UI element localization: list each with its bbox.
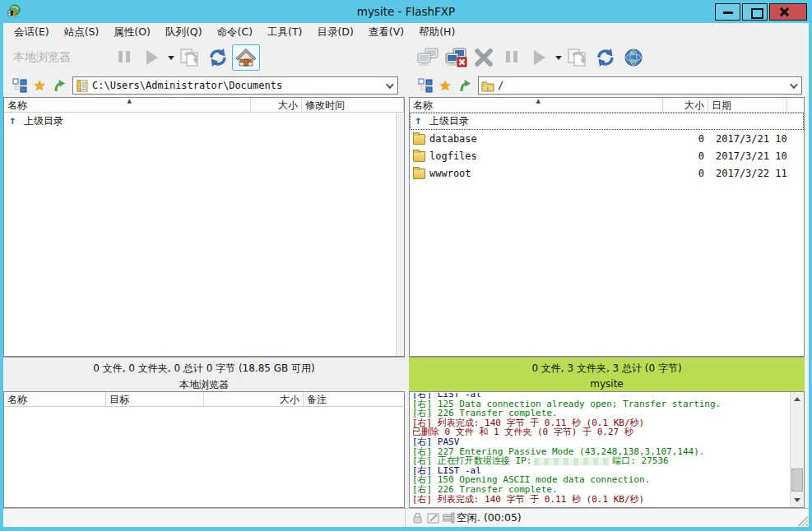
window-content: 会话(E) 站点(S) 属性(O) 队列(Q) 命令(C) 工具(T) 目录(D… — [3, 23, 809, 527]
scroll-down-button[interactable] — [791, 493, 804, 507]
file-type-icon — [413, 116, 425, 127]
local-path-combobox[interactable] — [72, 76, 398, 95]
scroll-up-button[interactable] — [791, 392, 804, 406]
menu-bar: 会话(E) 站点(S) 属性(O) 队列(Q) 命令(C) 工具(T) 目录(D… — [3, 23, 809, 41]
remote-path-input[interactable] — [498, 78, 801, 93]
column-header-size[interactable]: 大小 — [663, 98, 708, 112]
local-favorites-button[interactable]: ★ — [30, 76, 49, 95]
menu-item[interactable]: 属性(O) — [106, 23, 158, 41]
file-type-icon — [413, 151, 425, 162]
file-date: 2017/3/21 10:21 — [709, 133, 788, 145]
minimize-button[interactable] — [715, 3, 740, 21]
queue-column-note[interactable]: 备注 — [304, 392, 404, 406]
menu-item[interactable]: 目录(D) — [309, 23, 360, 41]
file-row[interactable]: logfiles 0 2017/3/21 10:21 — [410, 147, 804, 164]
local-start-dropdown[interactable] — [166, 44, 176, 71]
local-browser-label: 本地浏览器 — [13, 50, 92, 65]
queue-column-name[interactable]: 名称 — [4, 392, 106, 406]
connect-icon — [417, 48, 439, 67]
remote-site-name: mysite — [409, 378, 805, 390]
remote-disconnect-button[interactable] — [442, 44, 470, 71]
file-type-icon — [7, 116, 20, 127]
remote-site-button[interactable] — [619, 44, 647, 71]
menu-item[interactable]: 帮助(H) — [411, 23, 462, 41]
remote-favorites-button[interactable]: ★ — [435, 76, 455, 95]
local-list-header: 名称▲ 大小 修改时间 — [4, 98, 404, 113]
file-name: logfiles — [429, 150, 477, 162]
local-summary-label: 本地浏览器 — [3, 378, 405, 392]
file-row[interactable]: 上级目录 — [4, 113, 404, 130]
menu-item[interactable]: 工具(T) — [260, 23, 309, 41]
status-bar: 空闲. (00:05) — [3, 508, 809, 527]
queue-column-target[interactable]: 目标 — [106, 392, 204, 406]
abort-x-icon — [474, 48, 494, 67]
local-up-dir-button[interactable] — [49, 76, 69, 95]
log-scrollbar[interactable] — [790, 392, 804, 507]
remote-file-list: 名称▲ 大小 日期 上级目录 database 0 2017/3/21 10:2… — [409, 97, 805, 357]
up-arrow-icon — [52, 78, 67, 93]
remote-refresh-button[interactable] — [592, 44, 619, 71]
remote-path-combobox[interactable] — [478, 76, 802, 95]
file-row[interactable]: wwwroot 0 2017/3/22 11:33 — [410, 164, 804, 182]
file-name: database — [429, 133, 477, 145]
remote-abort-button[interactable] — [470, 44, 498, 71]
local-transfer-button[interactable] — [176, 44, 204, 71]
sort-ascending-icon: ▲ — [128, 98, 132, 104]
column-header-name[interactable]: 名称▲ — [4, 98, 251, 112]
remote-pause-button[interactable] — [498, 44, 526, 71]
censored-ip — [534, 458, 610, 465]
maximize-button[interactable] — [742, 3, 768, 21]
scrollbar-thumb[interactable] — [791, 469, 803, 492]
refresh-icon — [595, 47, 616, 68]
column-header-date[interactable]: 修改时间 — [302, 98, 404, 112]
menu-item[interactable]: 查看(V) — [361, 23, 411, 41]
resize-grip[interactable] — [798, 516, 808, 526]
remote-start-button[interactable] — [526, 44, 554, 71]
column-header-date[interactable]: 日期 — [708, 98, 787, 112]
local-scrollbar[interactable] — [396, 113, 404, 356]
column-header-name[interactable]: 名称▲ — [410, 98, 663, 112]
local-path-dropdown[interactable] — [381, 79, 396, 92]
remote-start-dropdown[interactable] — [554, 44, 564, 71]
up-arrow-icon — [457, 78, 472, 93]
local-pause-button[interactable] — [110, 44, 138, 71]
remote-treeview-button[interactable] — [415, 76, 435, 95]
queue-panel: 名称 目标 大小 备注 — [3, 391, 405, 508]
local-home-button[interactable] — [232, 44, 260, 71]
column-header-size[interactable]: 大小 — [251, 98, 302, 112]
titlebar: mysite - FlashFXP — [0, 0, 812, 23]
pause-icon — [504, 50, 519, 66]
pause-icon — [117, 50, 132, 66]
menu-item[interactable]: 站点(S) — [57, 23, 107, 41]
chevron-down-icon — [789, 81, 797, 89]
notes-icon — [425, 511, 440, 524]
file-date: 2017/3/22 11:33 — [709, 168, 788, 179]
local-start-button[interactable] — [138, 44, 166, 71]
remote-path-dropdown[interactable] — [785, 79, 800, 92]
remote-connect-button[interactable] — [414, 44, 442, 71]
remote-up-dir-button[interactable] — [455, 76, 475, 95]
menu-item[interactable]: 会话(E) — [7, 23, 57, 41]
menu-item[interactable]: 队列(Q) — [158, 23, 210, 41]
chevron-down-icon — [794, 498, 800, 502]
log-body: [右] LIST -al [右] 125 Data connection alr… — [412, 393, 789, 506]
folder-icon — [481, 80, 494, 92]
window-title: mysite - FlashFXP — [0, 0, 812, 23]
remote-address-row: ★ — [409, 74, 809, 97]
remote-transfer-button[interactable] — [564, 44, 592, 71]
close-button[interactable] — [769, 3, 807, 21]
local-treeview-button[interactable] — [10, 76, 30, 95]
file-row[interactable]: 上级目录 — [410, 113, 804, 130]
menu-item[interactable]: 命令(C) — [210, 23, 260, 41]
file-row[interactable]: database 0 2017/3/21 10:21 — [410, 130, 804, 147]
file-size: 0 — [664, 168, 709, 179]
queue-spool-icon — [441, 511, 456, 524]
local-refresh-button[interactable] — [204, 44, 232, 71]
remote-rows: 上级目录 database 0 2017/3/21 10:21 logfiles… — [410, 113, 804, 182]
file-type-icon — [413, 169, 425, 179]
tree-view-icon — [418, 78, 433, 93]
local-path-input[interactable] — [92, 78, 397, 93]
file-name: 上级目录 — [24, 114, 63, 128]
queue-column-size[interactable]: 大小 — [204, 392, 304, 406]
chevron-down-icon — [385, 81, 393, 89]
